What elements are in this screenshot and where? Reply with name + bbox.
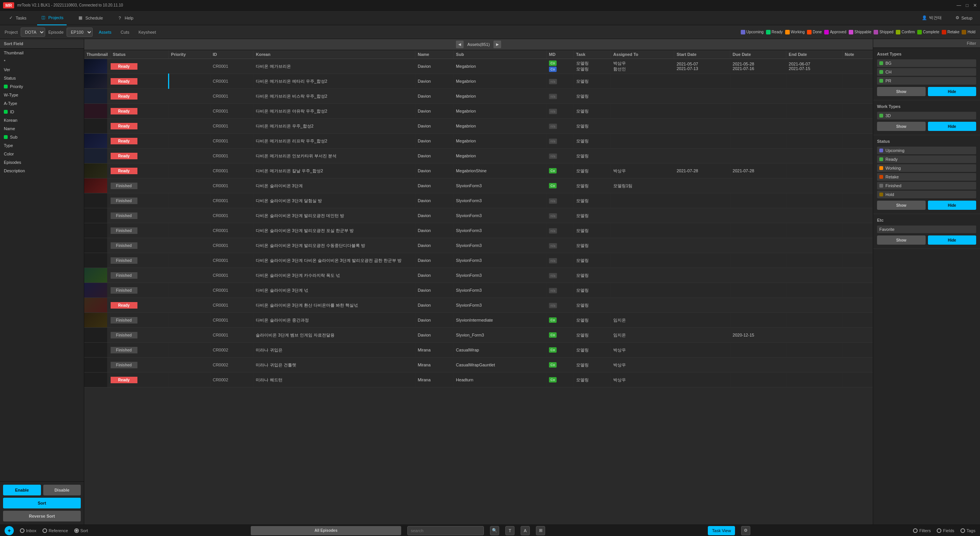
filter-T-btn[interactable]: T bbox=[505, 526, 514, 535]
table-row[interactable]: Finished CR0001 다비온 슬라이비온 3단계 Davion Sly… bbox=[84, 178, 873, 193]
status-retake-filter[interactable]: Retake bbox=[877, 173, 976, 181]
reverse-sort-button[interactable]: Reverse Sort bbox=[3, 511, 81, 521]
asset-types-hide-btn[interactable]: Hide bbox=[928, 87, 977, 96]
work-type-3d[interactable]: 3D bbox=[877, 112, 976, 119]
field-episodes[interactable]: Episodes bbox=[0, 158, 84, 167]
field-description[interactable]: Description bbox=[0, 167, 84, 175]
etc-show-btn[interactable]: Show bbox=[877, 235, 926, 245]
field-status[interactable]: Status bbox=[0, 74, 84, 82]
table-row[interactable]: Finished CR0001 다비온 슬라이비온 3단계 발리오광전 포실 한… bbox=[84, 223, 873, 238]
settings-icon-btn[interactable]: ⚙ bbox=[741, 526, 750, 535]
field-name[interactable]: Name bbox=[0, 124, 84, 133]
table-row[interactable]: Finished CR0001 다비온 슬라이비온 3단계 다비온 슬라이비온 … bbox=[84, 253, 873, 268]
radio-tags[interactable]: Tags bbox=[960, 528, 975, 533]
field-atype[interactable]: A-Type bbox=[0, 99, 84, 108]
disable-button[interactable]: Disable bbox=[43, 485, 81, 495]
nav-projects[interactable]: ◫ Projects bbox=[37, 11, 67, 25]
table-row[interactable]: Ready CR0001 다비온 메가브리온 인보카타위 부서진 분석 Davi… bbox=[84, 149, 873, 163]
assets-prev-btn[interactable]: ◄ bbox=[456, 41, 464, 48]
table-row[interactable]: Ready CR0001 다비온 메가브리온 Davion Megabrion … bbox=[84, 59, 873, 74]
etc-favorite[interactable]: Favorite bbox=[877, 226, 976, 233]
status-hold-filter[interactable]: Hold bbox=[877, 191, 976, 198]
field-color[interactable]: Color bbox=[0, 150, 84, 158]
status-hide-btn[interactable]: Hide bbox=[928, 201, 977, 210]
filter-grid-btn[interactable]: ⊞ bbox=[536, 526, 545, 535]
radio-fields[interactable]: Fields bbox=[937, 528, 954, 533]
work-types-show-btn[interactable]: Show bbox=[877, 122, 926, 131]
cuts-link[interactable]: Cuts bbox=[118, 30, 132, 34]
table-row[interactable]: Ready CR0001 다비온 메가브리온 칼날 우주_합성2 Davion … bbox=[84, 163, 873, 178]
cell-thumbnail bbox=[84, 253, 110, 268]
search-input[interactable] bbox=[407, 526, 484, 535]
task-view-btn[interactable]: Task View bbox=[708, 526, 735, 535]
table-row[interactable]: Ready CR0001 다비온 슬라이비온 3단계 환산 다비온마를 봐한 핵… bbox=[84, 298, 873, 313]
asset-type-ch[interactable]: CH bbox=[877, 68, 976, 76]
nav-setup[interactable]: ⚙ Setup bbox=[952, 11, 975, 25]
table-row[interactable]: Finished CR0001 다비온 슬라이비온 3단계 카수라지락 폭도 넋… bbox=[84, 268, 873, 283]
nav-schedule[interactable]: ▦ Schedule bbox=[74, 11, 106, 25]
episode-select[interactable]: EP100 bbox=[67, 28, 93, 37]
asset-type-pr[interactable]: PR bbox=[877, 77, 976, 85]
table-row[interactable]: Finished CR0001 슬라이비온 3단계 벰브 인게임 자료전달용 D… bbox=[84, 328, 873, 343]
nav-help[interactable]: ? Help bbox=[114, 11, 137, 25]
asset-types-show-btn[interactable]: Show bbox=[877, 87, 926, 96]
sort-button[interactable]: Sort bbox=[3, 498, 81, 508]
nav-tasks[interactable]: ✓ Tasks bbox=[5, 11, 29, 25]
field-wtype[interactable]: W-Type bbox=[0, 91, 84, 99]
project-select[interactable]: DOTA bbox=[21, 28, 45, 37]
field-ver[interactable]: Ver bbox=[0, 65, 84, 74]
status-upcoming[interactable]: Upcoming bbox=[877, 147, 976, 154]
radio-reference[interactable]: Reference bbox=[42, 528, 68, 533]
3d-dot bbox=[879, 114, 883, 118]
field-korean[interactable]: Korean bbox=[0, 116, 84, 124]
table-row[interactable]: Ready CR0001 다비온 메가브리온 야유락 우주_합성2 Davion… bbox=[84, 104, 873, 119]
cell-due: 2020-12-15 bbox=[730, 328, 786, 343]
radio-sort[interactable]: Sort bbox=[74, 528, 88, 533]
cell-name: Mirana bbox=[415, 373, 454, 387]
enable-button[interactable]: Enable bbox=[3, 485, 41, 495]
cell-note bbox=[842, 238, 872, 253]
cell-assigned bbox=[611, 104, 674, 119]
status-show-btn[interactable]: Show bbox=[877, 201, 926, 210]
assets-table[interactable]: Thumbnail Status Priority ID Korean Name… bbox=[84, 50, 873, 525]
cell-task: 모델링 bbox=[573, 74, 611, 89]
add-button[interactable]: + bbox=[5, 526, 14, 535]
etc-hide-btn[interactable]: Hide bbox=[928, 235, 977, 245]
radio-inbox[interactable]: Inbox bbox=[20, 528, 36, 533]
assets-link[interactable]: Assets bbox=[96, 30, 114, 34]
table-row[interactable]: Finished CR0001 다비온 슬라이비온 3단계 달험실 방 Davi… bbox=[84, 193, 873, 208]
table-row[interactable]: Ready CR0001 다비온 메가브리온 비스락 우주_합성2 Davion… bbox=[84, 89, 873, 104]
assets-next-btn[interactable]: ► bbox=[493, 41, 501, 48]
minimize-btn[interactable]: — bbox=[957, 3, 961, 8]
field-sub[interactable]: Sub bbox=[0, 133, 84, 141]
status-working-filter[interactable]: Working bbox=[877, 164, 976, 172]
table-row[interactable]: Ready CR0001 다비온 메가브리온 우주_합성2 Davion Meg… bbox=[84, 119, 873, 134]
keysheet-link[interactable]: Keysheet bbox=[136, 30, 159, 34]
table-row[interactable]: Finished CR0001 다비온 슬라이비온 중간과정 Davion Sl… bbox=[84, 313, 873, 328]
table-row[interactable]: Finished CR0002 미라나 귀입은 Mirana CasualWra… bbox=[84, 343, 873, 358]
table-row[interactable]: Ready CR0001 다비온 메가브리온 에타리 우주_합성2 Davion… bbox=[84, 74, 873, 89]
status-finished-filter[interactable]: Finished bbox=[877, 182, 976, 190]
filter-A-btn[interactable]: A bbox=[521, 526, 530, 535]
maximize-btn[interactable]: □ bbox=[966, 3, 969, 8]
close-btn[interactable]: ✕ bbox=[973, 3, 977, 8]
work-types-hide-btn[interactable]: Hide bbox=[928, 122, 977, 131]
table-row[interactable]: Finished CR0001 다비온 슬라이비온 3단계 발리오광전 데인턴 … bbox=[84, 208, 873, 223]
table-row[interactable]: Finished CR0001 다비온 슬라이비온 3단계 넋 Davion S… bbox=[84, 283, 873, 298]
nav-user[interactable]: 👤 박건태 bbox=[919, 11, 945, 25]
asset-type-bg[interactable]: BG bbox=[877, 59, 976, 67]
radio-filters[interactable]: Filters bbox=[913, 528, 931, 533]
table-row[interactable]: Finished CR0002 미라나 귀입은 건틀렛 Mirana Casua… bbox=[84, 358, 873, 373]
cell-end bbox=[786, 193, 842, 208]
field-star[interactable]: * bbox=[0, 57, 84, 65]
status-ready-filter[interactable]: Ready bbox=[877, 155, 976, 163]
table-row[interactable]: Ready CR0002 미라나 헤드턴 Mirana Headturn Co … bbox=[84, 373, 873, 387]
search-icon-btn[interactable]: 🔍 bbox=[490, 526, 499, 535]
field-thumbnail[interactable]: Thumbnail bbox=[0, 49, 84, 57]
table-row[interactable]: Ready CR0001 다비온 메가브리온 리프락 우주_합성2 Davion… bbox=[84, 134, 873, 149]
table-row[interactable]: Finished CR0001 다비온 슬라이비온 3단계 발리오광전 수동중단… bbox=[84, 238, 873, 253]
field-type[interactable]: Type bbox=[0, 141, 84, 150]
all-episodes-btn[interactable]: All Episodes bbox=[251, 526, 401, 535]
field-priority[interactable]: Priority bbox=[0, 82, 84, 91]
field-id[interactable]: ID bbox=[0, 108, 84, 116]
